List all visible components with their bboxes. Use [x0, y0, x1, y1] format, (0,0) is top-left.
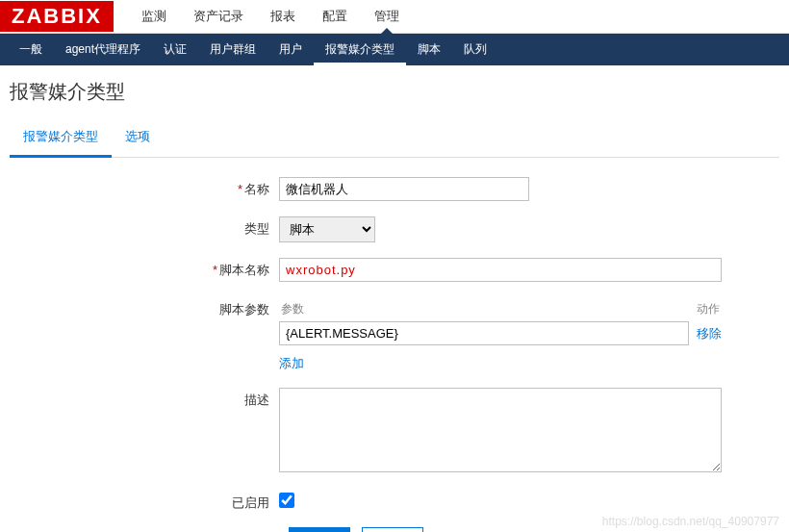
sub-nav-users[interactable]: 用户 [267, 34, 314, 65]
sub-nav-proxies[interactable]: agent代理程序 [54, 34, 152, 65]
main-nav-inventory[interactable]: 资产记录 [180, 0, 257, 33]
tab-mediatype[interactable]: 报警媒介类型 [10, 118, 112, 158]
desc-textarea[interactable] [279, 388, 722, 472]
add-param-link[interactable]: 添加 [279, 355, 304, 372]
enabled-label: 已启用 [19, 491, 279, 512]
main-nav-admin[interactable]: 管理 [361, 0, 413, 33]
content: 报警媒介类型 选项 *名称 类型 脚本 *脚本名称 脚本参数 参数 动 [0, 118, 789, 532]
main-nav-config[interactable]: 配置 [309, 0, 361, 33]
enabled-checkbox[interactable] [279, 493, 294, 508]
sub-nav: 一般 agent代理程序 认证 用户群组 用户 报警媒介类型 脚本 队列 [0, 34, 789, 65]
sub-nav-usergroups[interactable]: 用户群组 [198, 34, 267, 65]
cancel-button[interactable]: 取消 [362, 527, 423, 532]
main-nav-monitoring[interactable]: 监测 [128, 0, 180, 33]
params-header-action: 动作 [697, 301, 720, 317]
page-title: 报警媒介类型 [0, 65, 789, 118]
main-nav-reports[interactable]: 报表 [257, 0, 309, 33]
type-label: 类型 [19, 216, 279, 238]
tab-options[interactable]: 选项 [112, 118, 164, 157]
params-header-param: 参数 [281, 301, 304, 317]
sub-nav-general[interactable]: 一般 [8, 34, 54, 65]
type-select[interactable]: 脚本 [279, 216, 375, 242]
watermark: https://blog.csdn.net/qq_40907977 [602, 515, 779, 528]
logo: ZABBIX [0, 1, 114, 32]
tabs: 报警媒介类型 选项 [10, 118, 779, 158]
sub-nav-mediatypes[interactable]: 报警媒介类型 [314, 34, 406, 65]
name-label: *名称 [19, 177, 279, 198]
script-input[interactable] [279, 258, 722, 282]
submit-button[interactable]: 添加 [289, 527, 350, 532]
desc-label: 描述 [19, 388, 279, 409]
script-label: *脚本名称 [19, 258, 279, 279]
top-bar: ZABBIX 监测 资产记录 报表 配置 管理 [0, 0, 789, 34]
name-input[interactable] [279, 177, 529, 201]
params-label: 脚本参数 [19, 297, 279, 318]
param-input[interactable] [279, 321, 689, 345]
main-nav: 监测 资产记录 报表 配置 管理 [128, 0, 413, 33]
sub-nav-scripts[interactable]: 脚本 [406, 34, 452, 65]
form: *名称 类型 脚本 *脚本名称 脚本参数 参数 动作 [10, 158, 779, 532]
param-row: 移除 [279, 321, 722, 345]
remove-param-link[interactable]: 移除 [697, 325, 722, 342]
sub-nav-auth[interactable]: 认证 [152, 34, 198, 65]
sub-nav-queue[interactable]: 队列 [452, 34, 498, 65]
